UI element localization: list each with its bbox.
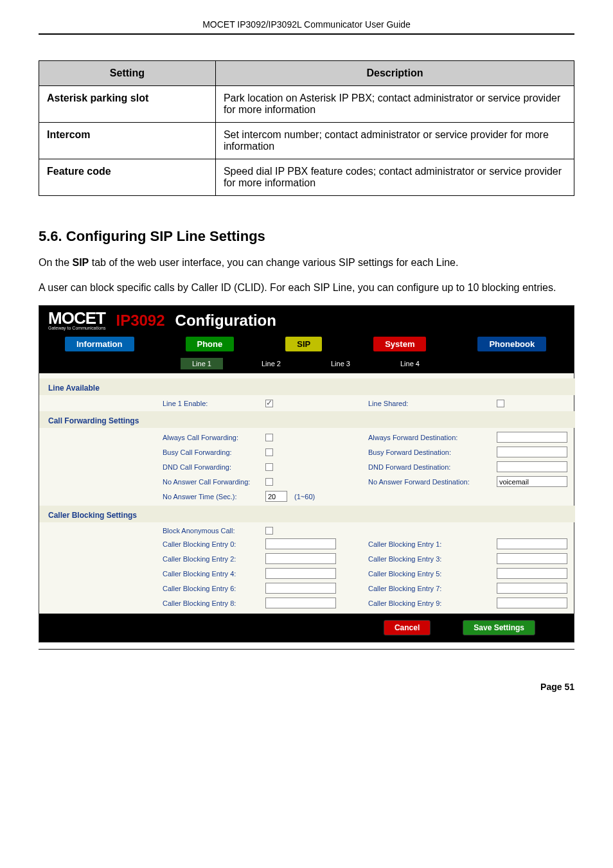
- line-tab-1[interactable]: Line 1: [181, 358, 223, 369]
- checkbox-na-cf[interactable]: [265, 478, 273, 486]
- checkbox-block-anon[interactable]: [265, 527, 273, 535]
- input-cbe6[interactable]: [265, 583, 336, 594]
- mocet-logo: MOCET Gateway to Communications: [48, 311, 105, 330]
- line-tab-4[interactable]: Line 4: [389, 358, 431, 369]
- input-cbe1[interactable]: [497, 538, 567, 549]
- label-cbe0: Caller Blocking Entry 0:: [163, 540, 265, 548]
- checkbox-always-cf[interactable]: [265, 434, 273, 441]
- text-bold: SIP: [72, 257, 89, 268]
- setting-label: Intercom: [39, 123, 216, 159]
- label-line1-enable: Line 1 Enable:: [163, 400, 265, 407]
- na-time-range: (1~60): [294, 493, 315, 500]
- input-cbe4[interactable]: [265, 568, 336, 579]
- label-cbe4: Caller Blocking Entry 4:: [163, 570, 265, 578]
- label-cbe3: Caller Blocking Entry 3:: [368, 555, 497, 563]
- label-cbe7: Caller Blocking Entry 7:: [368, 585, 497, 592]
- checkbox-dnd-cf[interactable]: [265, 463, 273, 471]
- table-row: Asterisk parking slot Park location on A…: [39, 86, 574, 123]
- body-para-1: On the SIP tab of the web user interface…: [39, 255, 574, 270]
- save-settings-button[interactable]: Save Settings: [463, 620, 535, 635]
- input-na-fwd-dest[interactable]: [497, 476, 567, 487]
- section-caller-blocking: Caller Blocking Settings: [39, 506, 575, 522]
- label-dnd-fwd-dest: DND Forward Destination:: [368, 463, 497, 471]
- input-na-time[interactable]: [265, 491, 287, 502]
- label-na-fwd-dest: No Answer Forward Destination:: [368, 478, 497, 486]
- section-call-forwarding: Call Forwarding Settings: [39, 411, 575, 428]
- config-title: Configuration: [175, 312, 276, 330]
- nav-tabs: Information Phone SIP System Phonebook: [39, 337, 574, 355]
- input-cbe9[interactable]: [497, 598, 567, 608]
- line-tabs: Line 1 Line 2 Line 3 Line 4: [39, 355, 574, 373]
- label-dnd-cf: DND Call Forwarding:: [163, 463, 265, 471]
- th-description: Description: [215, 61, 574, 86]
- input-cbe0[interactable]: [265, 538, 336, 549]
- label-na-cf: No Answer Call Forwarding:: [163, 478, 265, 486]
- label-cbe8: Caller Blocking Entry 8:: [163, 599, 265, 607]
- section-line-available: Line Available: [39, 378, 575, 395]
- input-cbe2[interactable]: [265, 553, 336, 564]
- input-cbe8[interactable]: [265, 598, 336, 608]
- settings-table: Setting Description Asterisk parking slo…: [39, 60, 574, 196]
- checkbox-line-shared[interactable]: [497, 400, 504, 407]
- label-cbe5: Caller Blocking Entry 5:: [368, 570, 497, 578]
- text-span: tab of the web user interface, you can c…: [89, 257, 458, 268]
- label-busy-fwd-dest: Busy Forward Destination:: [368, 448, 497, 456]
- line-tab-3[interactable]: Line 3: [319, 358, 362, 369]
- label-always-fwd-dest: Always Forward Destination:: [368, 434, 497, 441]
- input-cbe3[interactable]: [497, 553, 567, 564]
- label-cbe2: Caller Blocking Entry 2:: [163, 555, 265, 563]
- section-heading: 5.6. Configuring SIP Line Settings: [39, 228, 574, 245]
- checkbox-line1-enable[interactable]: [265, 400, 273, 407]
- text-span: On the: [39, 257, 72, 268]
- label-line-shared: Line Shared:: [368, 400, 497, 407]
- config-header: MOCET Gateway to Communications IP3092 C…: [39, 306, 574, 337]
- checkbox-busy-cf[interactable]: [265, 448, 273, 456]
- brand-text: MOCET: [48, 311, 105, 326]
- input-dnd-fwd-dest[interactable]: [497, 461, 567, 472]
- label-always-cf: Always Call Forwarding:: [163, 434, 265, 441]
- label-cbe1: Caller Blocking Entry 1:: [368, 540, 497, 548]
- body-para-2: A user can block specific calls by Calle…: [39, 280, 574, 295]
- label-cbe6: Caller Blocking Entry 6:: [163, 585, 265, 592]
- config-panel: Line Available Line 1 Enable: Line Share…: [39, 373, 574, 614]
- tab-system[interactable]: System: [373, 337, 426, 351]
- footer-divider: [39, 649, 574, 650]
- label-busy-cf: Busy Call Forwarding:: [163, 448, 265, 456]
- th-setting: Setting: [39, 61, 216, 86]
- line-tab-2[interactable]: Line 2: [250, 358, 292, 369]
- setting-desc: Speed dial IP PBX feature codes; contact…: [215, 159, 574, 196]
- tab-phonebook[interactable]: Phonebook: [477, 337, 546, 351]
- input-cbe5[interactable]: [497, 568, 567, 579]
- setting-label: Feature code: [39, 159, 216, 196]
- tab-sip[interactable]: SIP: [285, 337, 322, 351]
- setting-desc: Park location on Asterisk IP PBX; contac…: [215, 86, 574, 123]
- table-row: Feature code Speed dial IP PBX feature c…: [39, 159, 574, 196]
- input-busy-fwd-dest[interactable]: [497, 447, 567, 457]
- document-header: MOCET IP3092/IP3092L Communicator User G…: [39, 19, 574, 35]
- brand-subtext: Gateway to Communications: [48, 326, 105, 330]
- input-cbe7[interactable]: [497, 583, 567, 594]
- setting-desc: Set intercom number; contact administrat…: [215, 123, 574, 159]
- tab-information[interactable]: Information: [65, 337, 134, 351]
- cancel-button[interactable]: Cancel: [384, 620, 431, 635]
- label-cbe9: Caller Blocking Entry 9:: [368, 599, 497, 607]
- button-row: Cancel Save Settings: [39, 614, 574, 642]
- label-block-anon: Block Anonymous Call:: [163, 527, 265, 535]
- tab-phone[interactable]: Phone: [186, 337, 235, 351]
- model-text: IP3092: [116, 312, 164, 330]
- label-na-time: No Answer Time (Sec.):: [163, 493, 265, 500]
- config-screenshot: MOCET Gateway to Communications IP3092 C…: [39, 305, 574, 642]
- input-always-fwd-dest[interactable]: [497, 432, 567, 443]
- table-row: Intercom Set intercom number; contact ad…: [39, 123, 574, 159]
- setting-label: Asterisk parking slot: [39, 86, 216, 123]
- page-number: Page 51: [39, 682, 574, 692]
